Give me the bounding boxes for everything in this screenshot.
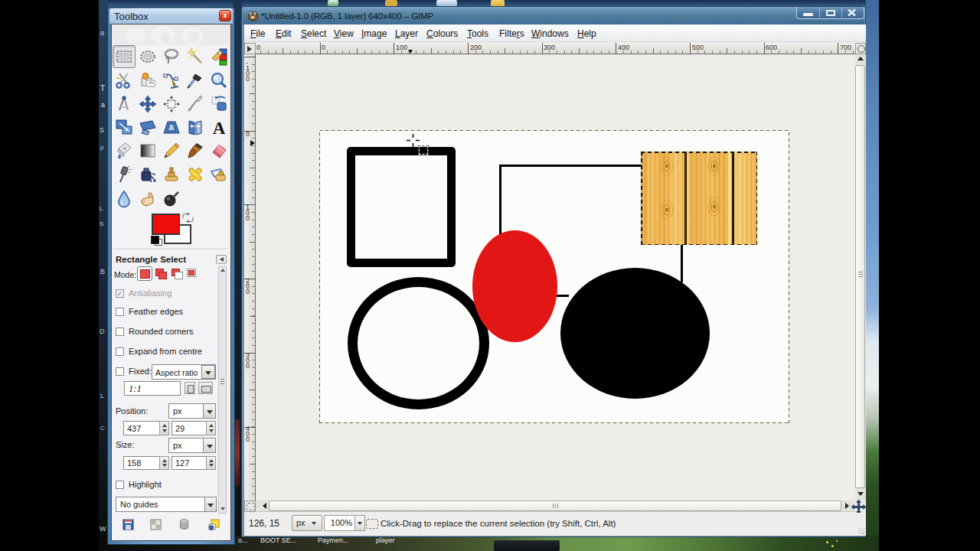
svg-text:A: A	[213, 119, 226, 137]
